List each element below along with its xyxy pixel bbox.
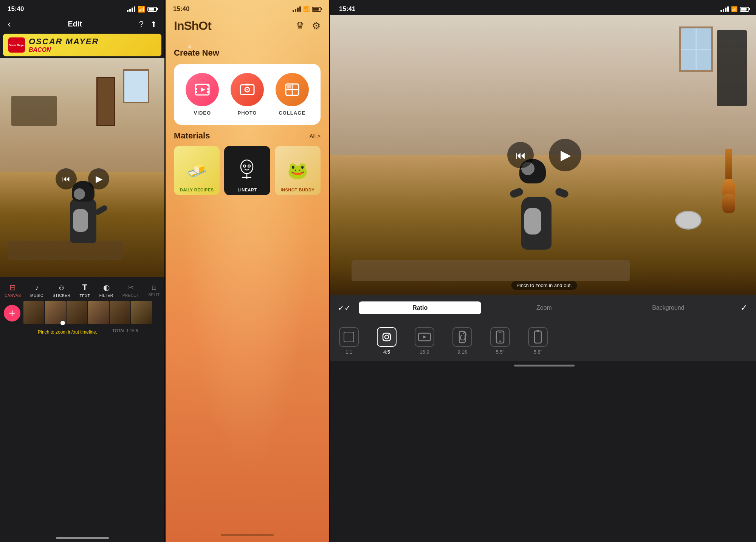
create-new-title: Create New bbox=[174, 48, 321, 58]
edit-toolbar-p1: ⊟ CANVAS ♪ MUSIC ☺ STICKER T TEXT ◐ FILT… bbox=[0, 279, 164, 300]
material-daily-recipes[interactable]: 🧈 DAILY RECIPES bbox=[174, 146, 220, 195]
bookshelf-p3 bbox=[717, 30, 747, 106]
timeline-thumb-3 bbox=[67, 301, 87, 324]
ratio-16-9[interactable]: 16:9 bbox=[406, 327, 443, 355]
settings-button[interactable]: ⚙ bbox=[312, 20, 321, 32]
ratio-9-16-label: 9:16 bbox=[457, 349, 467, 355]
create-photo-circle bbox=[231, 73, 264, 106]
tab-zoom[interactable]: Zoom bbox=[483, 301, 605, 314]
skip-back-button-p1[interactable]: ⏮ bbox=[56, 168, 77, 189]
ratio-9-16[interactable]: 9:16 bbox=[443, 327, 481, 355]
ratio-5-5-in[interactable]: 5.5" bbox=[481, 327, 519, 355]
panel-home: 15:40 📶 InShOt ♛ ⚙ Create New bbox=[166, 0, 329, 542]
apple-phone-x-icon bbox=[534, 330, 542, 344]
back-button[interactable]: ‹ bbox=[8, 18, 11, 30]
back-check-button[interactable]: ✓✓ bbox=[338, 301, 351, 315]
ad-subtext: BACON bbox=[29, 47, 99, 53]
confirm-button[interactable]: ✓ bbox=[737, 301, 751, 315]
wifi-icon-p2: 📶 bbox=[303, 6, 310, 12]
music-icon: ♪ bbox=[35, 283, 39, 292]
header-icons-p2: ♛ ⚙ bbox=[296, 20, 321, 32]
tab-background[interactable]: Background bbox=[607, 301, 730, 314]
video-preview-p1: ⏮ ▶ bbox=[0, 58, 164, 277]
daily-emoji: 🧈 bbox=[186, 161, 207, 180]
svg-rect-30 bbox=[534, 331, 541, 343]
material-lineart[interactable]: LINEART bbox=[224, 146, 270, 195]
timeline-strip[interactable] bbox=[23, 301, 164, 324]
ratio-4-5[interactable]: 4:5 bbox=[368, 327, 406, 355]
daily-label: DAILY RECIPES bbox=[174, 188, 220, 192]
text-label: TEXT bbox=[80, 294, 90, 298]
play-button-p3[interactable]: ▶ bbox=[549, 139, 581, 171]
ratio-5-8-in[interactable]: 5.8" bbox=[519, 327, 557, 355]
svg-point-11 bbox=[246, 89, 248, 90]
materials-all-button[interactable]: All > bbox=[309, 133, 321, 139]
settings-tabs: Ratio Zoom Background bbox=[359, 301, 730, 314]
svg-marker-25 bbox=[423, 335, 427, 339]
tool-music[interactable]: ♪ MUSIC bbox=[30, 283, 43, 298]
svg-marker-7 bbox=[201, 87, 205, 92]
time-p3: 15:41 bbox=[339, 5, 355, 13]
tab-ratio[interactable]: Ratio bbox=[359, 301, 481, 314]
share-button[interactable]: ⬆ bbox=[150, 20, 157, 29]
lineart-label: LINEART bbox=[224, 188, 270, 192]
youtube-icon bbox=[418, 332, 431, 342]
home-bar-p1 bbox=[56, 537, 109, 539]
svg-rect-4 bbox=[207, 84, 209, 86]
home-bar-p3 bbox=[514, 365, 575, 367]
home-indicator-p1 bbox=[0, 534, 164, 542]
ratio-1-1[interactable]: 1:1 bbox=[330, 327, 368, 355]
svg-rect-15 bbox=[287, 85, 291, 89]
sticker-label: STICKER bbox=[53, 294, 70, 298]
ratio-5-8-icon bbox=[528, 327, 548, 347]
create-collage-item[interactable]: COLLAGE bbox=[276, 73, 309, 116]
ratio-5-8-label: 5.8" bbox=[534, 349, 542, 355]
svg-point-20 bbox=[248, 165, 250, 167]
tool-filter[interactable]: ◐ FILTER bbox=[99, 283, 113, 298]
tool-text[interactable]: T TEXT bbox=[80, 283, 90, 298]
ratio-4-5-icon bbox=[377, 327, 397, 347]
sticker-icon: ☺ bbox=[58, 283, 65, 292]
home-indicator-p2 bbox=[166, 528, 329, 542]
tool-canvas[interactable]: ⊟ CANVAS bbox=[5, 283, 21, 298]
create-photo-item[interactable]: PHOTO bbox=[231, 73, 264, 116]
double-check-icon: ✓✓ bbox=[338, 303, 351, 312]
material-inshot-buddy[interactable]: 🐸 INSHOT BUDDY bbox=[275, 146, 321, 195]
premium-button[interactable]: ♛ bbox=[296, 20, 304, 32]
skip-back-icon-p3: ⏮ bbox=[515, 149, 526, 162]
materials-title: Materials bbox=[174, 131, 210, 141]
signal-icon-p2 bbox=[293, 6, 301, 12]
video-scene-p1 bbox=[0, 58, 164, 277]
tool-sticker[interactable]: ☺ STICKER bbox=[53, 283, 70, 298]
ratio-5-5-icon bbox=[490, 327, 510, 347]
filter-icon: ◐ bbox=[103, 283, 110, 292]
signal-icon-p3 bbox=[720, 6, 729, 12]
ratio-4-5-label: 4:5 bbox=[383, 349, 390, 355]
add-clip-button[interactable]: + bbox=[4, 305, 20, 321]
create-video-item[interactable]: VIDEO bbox=[186, 73, 219, 116]
app-logo: InShOt bbox=[174, 19, 211, 33]
split-label: SPLIT bbox=[148, 293, 160, 297]
ad-banner[interactable]: Oscar Mayer OSCAR MAYER BACON bbox=[3, 34, 161, 56]
tool-split[interactable]: ⊡ SPLIT bbox=[148, 284, 160, 297]
home-bar-p2 bbox=[221, 534, 274, 536]
create-photo-label: PHOTO bbox=[237, 110, 257, 116]
panel-video-editor: 15:40 📶 ‹ Edit ? ⬆ Oscar Mayer OSCAR MAY… bbox=[0, 0, 164, 542]
canvas-settings-panel: ✓✓ Ratio Zoom Background ✓ 1:1 bbox=[330, 295, 756, 361]
battery-icon-p3 bbox=[740, 7, 749, 12]
play-button-p1[interactable]: ▶ bbox=[88, 168, 109, 189]
timeline-thumb-1 bbox=[23, 301, 44, 324]
timeline-thumb-2 bbox=[45, 301, 66, 324]
app-header-p2: InShOt ♛ ⚙ bbox=[166, 15, 329, 37]
filter-label: FILTER bbox=[99, 294, 113, 298]
svg-point-16 bbox=[241, 160, 253, 174]
ratio-16-9-label: 16:9 bbox=[420, 349, 429, 355]
time-p1: 15:40 bbox=[8, 5, 24, 13]
materials-grid: 🧈 DAILY RECIPES LINEART bbox=[174, 146, 321, 195]
ratio-16-9-icon bbox=[415, 327, 434, 347]
battery-icon-p1 bbox=[147, 7, 157, 12]
svg-point-22 bbox=[385, 335, 389, 339]
skip-back-button-p3[interactable]: ⏮ bbox=[507, 142, 534, 168]
tool-precut[interactable]: ✂ PRECUT bbox=[122, 283, 139, 298]
help-button[interactable]: ? bbox=[139, 19, 144, 29]
